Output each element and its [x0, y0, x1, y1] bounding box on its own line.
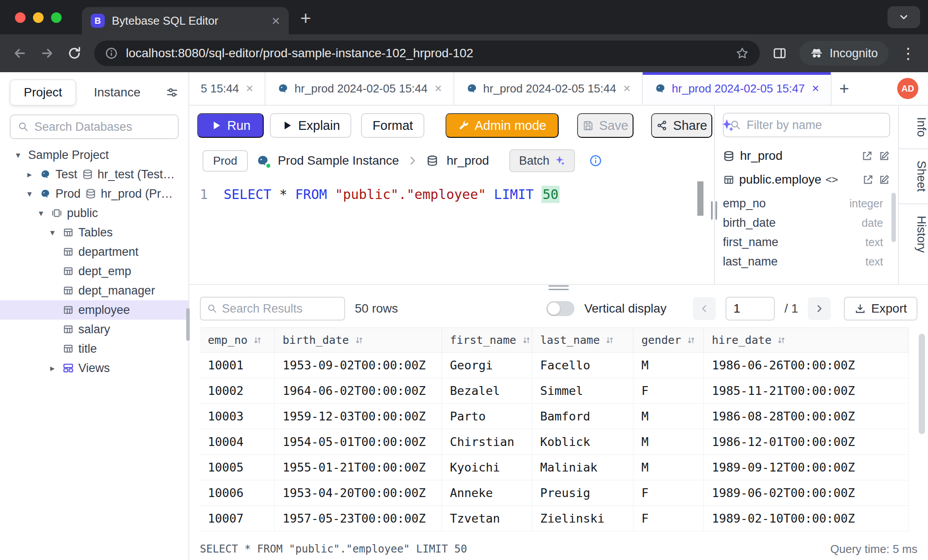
reload-icon[interactable]: [67, 46, 82, 61]
cell-first-name[interactable]: Bezalel: [442, 378, 532, 403]
side-tab-history[interactable]: History: [899, 204, 928, 264]
cell-hire-date[interactable]: 1986-08-28T00:00:00Z: [704, 404, 909, 429]
tree-item-schema-public[interactable]: ▾ public: [0, 203, 188, 223]
page-input[interactable]: [725, 297, 775, 321]
share-button[interactable]: Share: [651, 113, 712, 138]
browser-menu-icon[interactable]: ⋮: [901, 44, 916, 62]
cell-hire-date[interactable]: 1985-11-21T00:00:00Z: [704, 378, 909, 403]
column-row[interactable]: first_name text: [723, 232, 890, 252]
cell-hire-date[interactable]: 1989-06-02T00:00:00Z: [704, 480, 909, 505]
database-search-box[interactable]: [10, 114, 179, 139]
cell-first-name[interactable]: Kyoichi: [442, 455, 532, 480]
column-header[interactable]: first_name: [442, 328, 532, 352]
tree-item-table-salary[interactable]: salary: [0, 320, 188, 339]
side-panel-icon[interactable]: [772, 46, 787, 61]
external-link-icon[interactable]: [861, 150, 873, 162]
minimize-window-button[interactable]: [33, 12, 44, 23]
tree-item-views-group[interactable]: ▸ Views: [0, 358, 188, 378]
side-tab-sheet[interactable]: Sheet: [899, 149, 928, 204]
vertical-display-toggle[interactable]: [546, 301, 574, 316]
cell-emp-no[interactable]: 10007: [200, 506, 275, 531]
column-header[interactable]: last_name: [532, 328, 633, 352]
cell-gender[interactable]: M: [633, 404, 704, 429]
cell-birth-date[interactable]: 1955-01-21T00:00:00Z: [275, 455, 442, 480]
caret-down-icon[interactable]: ▾: [24, 188, 35, 199]
cell-gender[interactable]: M: [633, 455, 704, 480]
batch-button[interactable]: Batch: [509, 149, 575, 172]
site-info-icon[interactable]: [105, 47, 118, 60]
cell-birth-date[interactable]: 1957-05-23T00:00:00Z: [275, 506, 442, 531]
close-window-button[interactable]: [15, 12, 26, 23]
caret-right-icon[interactable]: ▸: [47, 363, 58, 373]
cell-birth-date[interactable]: 1953-09-02T00:00:00Z: [275, 353, 442, 378]
column-header[interactable]: emp_no: [200, 328, 275, 352]
filter-box[interactable]: [723, 113, 890, 137]
avatar[interactable]: AD: [897, 78, 918, 99]
editor-scrollbar[interactable]: [697, 181, 703, 216]
cell-last-name[interactable]: Simmel: [532, 378, 633, 403]
url-bar[interactable]: localhost:8080/sql-editor/prod-sample-in…: [94, 41, 760, 66]
format-button[interactable]: Format: [361, 113, 424, 138]
run-button[interactable]: Run: [197, 113, 264, 138]
tree-item-table-department[interactable]: department: [0, 242, 188, 262]
instance-breadcrumb[interactable]: Prod Sample Instance: [278, 154, 399, 168]
export-button[interactable]: Export: [844, 297, 917, 321]
edit-icon[interactable]: [878, 150, 890, 162]
query-tab-1[interactable]: 5 15:44 ×: [189, 72, 265, 105]
code-icon[interactable]: <>: [825, 173, 838, 186]
cell-last-name[interactable]: Zielinski: [532, 506, 633, 531]
database-search-input[interactable]: [34, 120, 171, 134]
table-row[interactable]: 10001 1953-09-02T00:00:00Z Georgi Facell…: [200, 353, 909, 378]
table-row[interactable]: 10007 1957-05-23T00:00:00Z Tzvetan Zieli…: [200, 506, 909, 531]
horizontal-splitter[interactable]: [189, 284, 928, 291]
tree-item-table-title[interactable]: title: [0, 339, 188, 358]
cell-hire-date[interactable]: 1986-06-26T00:00:00Z: [704, 353, 909, 378]
cell-emp-no[interactable]: 10003: [200, 404, 275, 429]
cell-first-name[interactable]: Georgi: [442, 353, 532, 378]
tree-item-table-employee-selected[interactable]: employee: [0, 300, 188, 320]
cell-emp-no[interactable]: 10001: [200, 353, 275, 378]
schema-table-row[interactable]: public.employe <>: [723, 173, 890, 187]
cell-last-name[interactable]: Preusig: [532, 480, 633, 505]
column-row[interactable]: birth_date date: [723, 213, 890, 232]
table-row[interactable]: 10003 1959-12-03T00:00:00Z Parto Bamford…: [200, 404, 909, 429]
tab-search-button[interactable]: [887, 6, 920, 28]
zoom-window-button[interactable]: [51, 12, 62, 23]
cell-emp-no[interactable]: 10002: [200, 378, 275, 403]
cell-emp-no[interactable]: 10006: [200, 480, 275, 505]
close-icon[interactable]: ×: [623, 81, 630, 96]
cell-gender[interactable]: F: [633, 480, 704, 505]
caret-right-icon[interactable]: ▸: [24, 169, 35, 180]
query-tab-3[interactable]: hr_prod 2024-02-05 15:44 ×: [454, 72, 643, 105]
cell-gender[interactable]: F: [633, 378, 704, 403]
tree-item-prod-instance[interactable]: ▾ Prod hr_prod (Pr…: [0, 184, 188, 203]
edit-icon[interactable]: [878, 174, 890, 186]
browser-tab[interactable]: B Bytebase SQL Editor ×: [82, 7, 289, 34]
cell-hire-date[interactable]: 1989-09-12T00:00:00Z: [704, 455, 909, 480]
cell-gender[interactable]: M: [633, 353, 704, 378]
new-tab-button[interactable]: +: [300, 8, 311, 29]
column-header[interactable]: gender: [633, 328, 704, 352]
next-page-button[interactable]: [808, 297, 831, 320]
cell-first-name[interactable]: Anneke: [442, 480, 532, 505]
save-button[interactable]: Save: [577, 113, 633, 138]
column-header[interactable]: birth_date: [275, 328, 442, 352]
database-breadcrumb[interactable]: hr_prod: [446, 154, 489, 168]
cell-birth-date[interactable]: 1954-05-01T00:00:00Z: [275, 429, 442, 454]
tree-item-table-dept-emp[interactable]: dept_emp: [0, 262, 188, 281]
cell-last-name[interactable]: Bamford: [532, 404, 633, 429]
side-tab-info[interactable]: Info: [899, 106, 928, 149]
query-tab-4-active[interactable]: hr_prod 2024-02-05 15:47 ×: [643, 72, 831, 105]
cell-first-name[interactable]: Parto: [442, 404, 532, 429]
results-search-input[interactable]: [222, 302, 338, 316]
caret-down-icon[interactable]: ▾: [12, 150, 24, 160]
cell-last-name[interactable]: Maliniak: [532, 455, 633, 480]
cell-birth-date[interactable]: 1959-12-03T00:00:00Z: [275, 404, 442, 429]
table-row[interactable]: 10005 1955-01-21T00:00:00Z Kyoichi Malin…: [200, 455, 909, 480]
sql-editor[interactable]: 1 SELECT * FROM "public"."employee" LIMI…: [189, 176, 714, 284]
column-header[interactable]: hire_date: [704, 328, 909, 352]
bookmark-star-icon[interactable]: [735, 46, 749, 60]
schema-db-row[interactable]: hr_prod: [723, 149, 890, 163]
tree-item-project[interactable]: ▾ Sample Project: [0, 145, 188, 165]
tree-item-tables-group[interactable]: ▾ Tables: [0, 223, 188, 242]
